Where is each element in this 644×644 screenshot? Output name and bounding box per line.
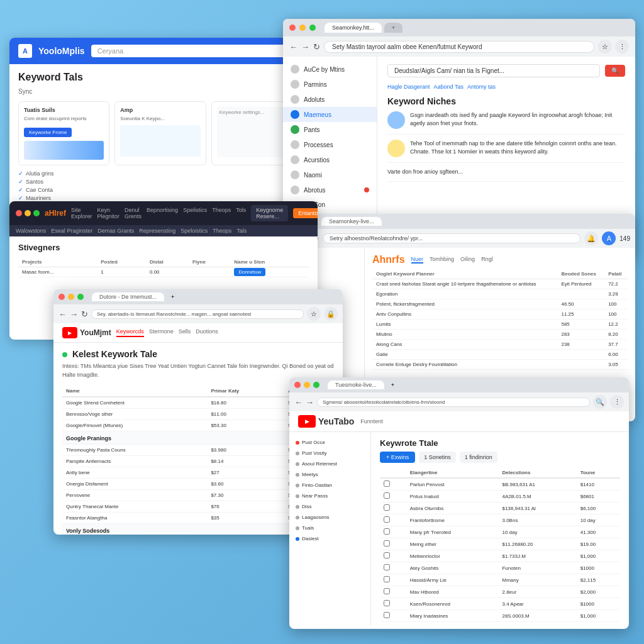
win6-search-icon[interactable]: 🔍 bbox=[593, 395, 607, 409]
win2-sidebar-pants[interactable]: Pants bbox=[283, 122, 377, 137]
win5-urlbar[interactable]: Sey. abertadis-Is Itemeust Ranostchnde..… bbox=[91, 309, 304, 319]
win6-row-check[interactable] bbox=[380, 586, 406, 598]
win6-row-check[interactable] bbox=[380, 491, 406, 502]
win2-sidebar-maemeus[interactable]: Maemeus bbox=[283, 107, 377, 122]
win4-nav-2[interactable]: Keyn Plegnitor bbox=[97, 207, 120, 219]
win5-tab-stermone[interactable]: Stermone bbox=[149, 328, 174, 337]
win2-urlbar[interactable]: Sety Mastin tayrool aalm obee Kenen/futm… bbox=[324, 41, 594, 53]
win5-back-btn[interactable]: ← bbox=[58, 309, 67, 319]
win4-subnav-4[interactable]: Represensting bbox=[139, 228, 175, 234]
win2-sidebar-acurstios[interactable]: Acurstios bbox=[283, 152, 377, 167]
win4-minimize-dot[interactable] bbox=[25, 210, 31, 216]
win2-sidebar-adoluts[interactable]: Adoluts bbox=[283, 92, 377, 107]
win2-back-btn[interactable]: ← bbox=[289, 42, 297, 52]
win2-search-button[interactable]: 🔍 bbox=[605, 65, 625, 77]
win5-tab[interactable]: Dutore - De Imemust... bbox=[92, 292, 164, 301]
win4-search[interactable]: Keygnome Resere... bbox=[251, 205, 288, 221]
win1-card1-btn[interactable]: Keyworke Frome bbox=[24, 128, 72, 137]
win2-star-icon[interactable]: ☆ bbox=[598, 40, 612, 53]
win3-tab-tomhbing[interactable]: Tomhbing bbox=[430, 256, 454, 264]
win6-row-check[interactable] bbox=[380, 538, 406, 550]
win4-nav-6[interactable]: Theops bbox=[212, 207, 231, 219]
win6-row-check[interactable] bbox=[380, 574, 406, 586]
win6-row-check[interactable] bbox=[380, 526, 406, 538]
win4-subnav-6[interactable]: Theops bbox=[213, 228, 231, 234]
win5-tab-sells[interactable]: Sells bbox=[179, 328, 191, 337]
win4-nav-3[interactable]: Denul Grents bbox=[125, 207, 142, 219]
win6-sidebar-postvosity[interactable]: Pust Vosity bbox=[289, 448, 370, 458]
win2-sidebar-naomi[interactable]: Naomi bbox=[283, 167, 377, 182]
win3-bell-icon[interactable]: 🔔 bbox=[584, 231, 598, 245]
win5-maximize-dot[interactable] bbox=[77, 294, 84, 300]
win5-reload-btn[interactable]: ↻ bbox=[81, 309, 88, 319]
win6-forward-btn[interactable]: → bbox=[306, 397, 314, 407]
win2-close-dot[interactable] bbox=[289, 25, 296, 31]
win2-tag-1[interactable]: Hagle Dasgerant bbox=[387, 84, 430, 90]
win4-close-dot[interactable] bbox=[16, 210, 22, 216]
win4-download-btn[interactable]: Donnetuw bbox=[234, 268, 265, 276]
win6-row-check[interactable] bbox=[380, 562, 406, 574]
win6-sidebar-meetys[interactable]: Meetys bbox=[289, 469, 370, 480]
win2-maximize-dot[interactable] bbox=[309, 25, 316, 31]
win6-maximize-dot[interactable] bbox=[313, 382, 319, 388]
win6-sidebar-nearpasas[interactable]: Near Passs bbox=[289, 491, 370, 501]
win4-subnav-7[interactable]: Tals bbox=[236, 228, 247, 234]
win5-plus-tab[interactable]: + bbox=[171, 294, 174, 300]
win5-close-dot[interactable] bbox=[58, 294, 65, 300]
win2-forward-btn[interactable]: → bbox=[301, 42, 309, 52]
win4-nav-1[interactable]: Site Explorer bbox=[71, 207, 92, 219]
win2-sidebar-auceby[interactable]: AuCe by Mtins bbox=[283, 62, 377, 77]
win6-row-check[interactable] bbox=[380, 478, 406, 491]
win2-sidebar-abrotus[interactable]: Abrotus bbox=[283, 182, 377, 197]
win1-search[interactable]: Ceryana bbox=[91, 45, 303, 57]
win6-plus-tab[interactable]: + bbox=[391, 382, 394, 388]
win6-sidebar-tuals[interactable]: Tuals bbox=[289, 523, 370, 533]
win4-subnav-1[interactable]: Walowstons bbox=[16, 228, 46, 234]
win3-tab-oiling[interactable]: Oiling bbox=[460, 256, 475, 264]
win2-tab-1[interactable]: Seamonkey.htt... bbox=[325, 23, 382, 33]
win5-tab-duotions[interactable]: Duotions bbox=[196, 328, 218, 337]
win4-subnav-5[interactable]: Speloistics bbox=[180, 228, 208, 234]
win6-sidebar-dasiest[interactable]: Dasiest bbox=[289, 533, 370, 544]
win4-subnav-3[interactable]: Demas Grants bbox=[97, 228, 134, 234]
win5-tab-keywords[interactable]: Keyworcds bbox=[116, 328, 144, 337]
win3-tab[interactable]: Seamonkey-live... bbox=[321, 217, 382, 226]
win2-sidebar-processes[interactable]: Processes bbox=[283, 137, 377, 152]
win4-nav-5[interactable]: Spelistics bbox=[183, 207, 207, 219]
win6-row-check[interactable] bbox=[380, 610, 406, 622]
win6-sidebar-laagaosens[interactable]: Laagaosens bbox=[289, 512, 370, 523]
win6-row-check[interactable] bbox=[380, 598, 406, 610]
win2-tag-3[interactable]: Antomy tas bbox=[467, 84, 496, 90]
win2-menu-icon[interactable]: ⋮ bbox=[615, 40, 629, 53]
win6-row-check[interactable] bbox=[380, 502, 406, 514]
win3-urlbar[interactable]: Setry alhoestno/Reolatcohndre/ ypr... bbox=[323, 233, 580, 243]
win5-star-icon[interactable]: ☆ bbox=[307, 307, 321, 321]
win6-tab[interactable]: Tuesmoke-live... bbox=[328, 380, 384, 389]
win5-secure-icon[interactable]: 🔒 bbox=[324, 307, 338, 321]
win3-tab-rngl[interactable]: Rngl bbox=[481, 256, 493, 264]
win2-minimize-dot[interactable] bbox=[299, 25, 306, 31]
win6-row-check[interactable] bbox=[380, 550, 406, 562]
win3-avatar-icon[interactable]: A bbox=[602, 231, 616, 245]
win6-close-dot[interactable] bbox=[294, 382, 301, 388]
win4-entantor-btn[interactable]: Entantor bbox=[293, 208, 318, 218]
win6-minimize-dot[interactable] bbox=[304, 382, 310, 388]
win5-forward-btn[interactable]: → bbox=[70, 309, 78, 319]
win2-sidebar-parmins[interactable]: Parmins bbox=[283, 77, 377, 92]
win6-add-button[interactable]: + Exwins bbox=[380, 452, 415, 463]
win5-minimize-dot[interactable] bbox=[68, 294, 74, 300]
win4-subnav-2[interactable]: Eseal Praginster bbox=[51, 228, 92, 234]
win6-urlbar[interactable]: Sgmens/ aboosntol/tesolicolatrelatc/olb/… bbox=[317, 397, 590, 407]
win3-tab-nuer[interactable]: Nuer bbox=[411, 256, 424, 264]
win2-tab-new[interactable]: + bbox=[384, 23, 402, 33]
win4-nav-7[interactable]: Tols bbox=[236, 207, 246, 219]
win2-search-input[interactable]: Deudslar/Aigls Cam/ nian tia ls Fignet..… bbox=[387, 64, 600, 77]
win6-filter-btn-1[interactable]: 1 Sonetins bbox=[419, 452, 456, 463]
win2-tag-2[interactable]: Aabond Tas bbox=[434, 84, 464, 90]
win6-sidebar-postcoe[interactable]: Pust Occe bbox=[289, 437, 370, 448]
win6-back-btn[interactable]: ← bbox=[294, 397, 303, 407]
win6-sidebar-asoul[interactable]: Asoul Relemest bbox=[289, 458, 370, 469]
win4-nav-4[interactable]: Bepnortising bbox=[147, 207, 178, 219]
win6-row-check[interactable] bbox=[380, 514, 406, 526]
win2-reload-btn[interactable]: ↻ bbox=[313, 42, 320, 52]
